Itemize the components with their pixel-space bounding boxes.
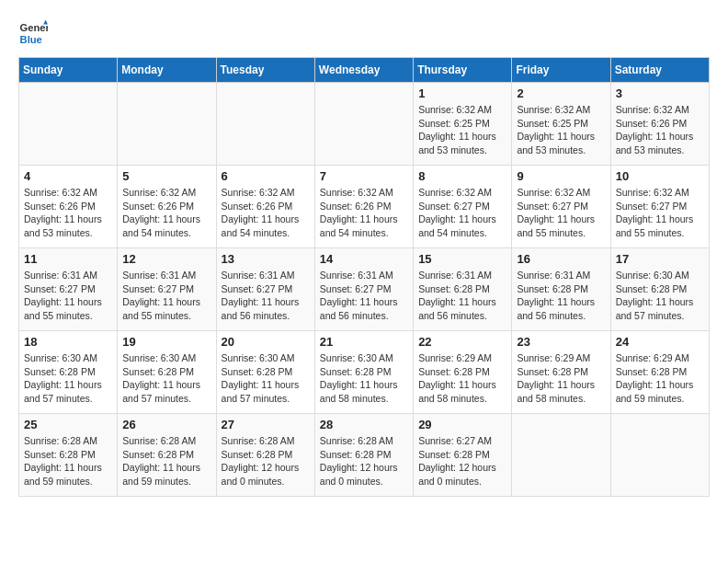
day-info: Sunrise: 6:31 AM Sunset: 6:27 PM Dayligh… [320, 269, 408, 323]
day-number: 3 [616, 86, 704, 100]
day-number: 27 [222, 418, 310, 431]
weekday-header-thursday: Thursday [414, 58, 512, 83]
weekday-header-friday: Friday [512, 58, 610, 83]
day-info: Sunrise: 6:29 AM Sunset: 6:28 PM Dayligh… [517, 351, 605, 406]
calendar-cell: 22Sunrise: 6:29 AM Sunset: 6:28 PM Dayli… [414, 331, 512, 414]
calendar-cell: 15Sunrise: 6:31 AM Sunset: 6:28 PM Dayli… [414, 248, 512, 331]
calendar-cell: 7Sunrise: 6:32 AM Sunset: 6:26 PM Daylig… [314, 166, 413, 248]
day-number: 23 [517, 335, 605, 349]
week-row-3: 11Sunrise: 6:31 AM Sunset: 6:27 PM Dayli… [19, 248, 710, 331]
calendar-cell: 29Sunrise: 6:27 AM Sunset: 6:28 PM Dayli… [414, 414, 512, 497]
day-info: Sunrise: 6:28 AM Sunset: 6:28 PM Dayligh… [24, 434, 112, 488]
day-number: 8 [418, 169, 506, 183]
day-info: Sunrise: 6:30 AM Sunset: 6:28 PM Dayligh… [222, 351, 310, 406]
day-info: Sunrise: 6:29 AM Sunset: 6:28 PM Dayligh… [418, 351, 506, 406]
day-number: 16 [517, 252, 605, 266]
calendar-cell: 17Sunrise: 6:30 AM Sunset: 6:28 PM Dayli… [610, 248, 709, 331]
calendar-cell: 19Sunrise: 6:30 AM Sunset: 6:28 PM Dayli… [118, 331, 216, 414]
day-number: 13 [222, 252, 310, 266]
day-info: Sunrise: 6:32 AM Sunset: 6:26 PM Dayligh… [122, 186, 210, 240]
calendar-cell [216, 83, 314, 166]
day-number: 1 [418, 86, 506, 100]
day-info: Sunrise: 6:29 AM Sunset: 6:28 PM Dayligh… [616, 351, 704, 406]
day-info: Sunrise: 6:32 AM Sunset: 6:26 PM Dayligh… [320, 186, 408, 240]
calendar-cell: 2Sunrise: 6:32 AM Sunset: 6:25 PM Daylig… [512, 83, 610, 166]
calendar-cell: 18Sunrise: 6:30 AM Sunset: 6:28 PM Dayli… [19, 331, 118, 414]
weekday-header-sunday: Sunday [19, 58, 118, 83]
day-number: 5 [122, 169, 210, 183]
weekday-header-row: SundayMondayTuesdayWednesdayThursdayFrid… [19, 58, 710, 83]
calendar-cell: 25Sunrise: 6:28 AM Sunset: 6:28 PM Dayli… [19, 414, 118, 497]
calendar-cell: 8Sunrise: 6:32 AM Sunset: 6:27 PM Daylig… [414, 166, 512, 248]
day-info: Sunrise: 6:31 AM Sunset: 6:27 PM Dayligh… [222, 269, 310, 323]
weekday-header-tuesday: Tuesday [216, 58, 314, 83]
day-number: 22 [418, 335, 506, 349]
day-info: Sunrise: 6:32 AM Sunset: 6:26 PM Dayligh… [616, 103, 704, 157]
weekday-header-monday: Monday [118, 58, 216, 83]
day-number: 25 [24, 418, 112, 431]
day-info: Sunrise: 6:32 AM Sunset: 6:26 PM Dayligh… [24, 186, 112, 240]
calendar-cell [314, 83, 413, 166]
day-number: 4 [24, 169, 112, 183]
day-info: Sunrise: 6:32 AM Sunset: 6:25 PM Dayligh… [517, 103, 605, 157]
day-number: 29 [418, 418, 506, 431]
day-number: 12 [122, 252, 210, 266]
calendar-cell: 9Sunrise: 6:32 AM Sunset: 6:27 PM Daylig… [512, 166, 610, 248]
svg-text:Blue: Blue [20, 34, 42, 45]
day-info: Sunrise: 6:32 AM Sunset: 6:27 PM Dayligh… [616, 186, 704, 240]
day-number: 18 [24, 335, 112, 349]
day-info: Sunrise: 6:32 AM Sunset: 6:25 PM Dayligh… [418, 103, 506, 157]
day-number: 20 [222, 335, 310, 349]
calendar-cell: 14Sunrise: 6:31 AM Sunset: 6:27 PM Dayli… [314, 248, 413, 331]
day-info: Sunrise: 6:28 AM Sunset: 6:28 PM Dayligh… [320, 434, 408, 488]
day-number: 28 [320, 418, 408, 431]
calendar-cell [19, 83, 118, 166]
calendar-cell: 6Sunrise: 6:32 AM Sunset: 6:26 PM Daylig… [216, 166, 314, 248]
week-row-1: 1Sunrise: 6:32 AM Sunset: 6:25 PM Daylig… [19, 83, 710, 166]
day-number: 24 [616, 335, 704, 349]
day-number: 9 [517, 169, 605, 183]
day-info: Sunrise: 6:30 AM Sunset: 6:28 PM Dayligh… [320, 351, 408, 406]
day-info: Sunrise: 6:28 AM Sunset: 6:28 PM Dayligh… [222, 434, 310, 488]
day-number: 11 [24, 252, 112, 266]
day-info: Sunrise: 6:31 AM Sunset: 6:27 PM Dayligh… [24, 269, 112, 323]
calendar-cell: 23Sunrise: 6:29 AM Sunset: 6:28 PM Dayli… [512, 331, 610, 414]
calendar-cell: 5Sunrise: 6:32 AM Sunset: 6:26 PM Daylig… [118, 166, 216, 248]
day-info: Sunrise: 6:31 AM Sunset: 6:28 PM Dayligh… [418, 269, 506, 323]
calendar-cell: 3Sunrise: 6:32 AM Sunset: 6:26 PM Daylig… [610, 83, 709, 166]
page-header: General Blue [18, 18, 710, 48]
day-info: Sunrise: 6:30 AM Sunset: 6:28 PM Dayligh… [24, 351, 112, 406]
logo-icon: General Blue [18, 18, 48, 48]
day-number: 21 [320, 335, 408, 349]
day-info: Sunrise: 6:32 AM Sunset: 6:26 PM Dayligh… [222, 186, 310, 240]
calendar-cell: 26Sunrise: 6:28 AM Sunset: 6:28 PM Dayli… [118, 414, 216, 497]
calendar-cell: 12Sunrise: 6:31 AM Sunset: 6:27 PM Dayli… [118, 248, 216, 331]
calendar-table: SundayMondayTuesdayWednesdayThursdayFrid… [18, 57, 710, 497]
calendar-cell: 11Sunrise: 6:31 AM Sunset: 6:27 PM Dayli… [19, 248, 118, 331]
day-number: 26 [122, 418, 210, 431]
day-number: 14 [320, 252, 408, 266]
calendar-cell: 28Sunrise: 6:28 AM Sunset: 6:28 PM Dayli… [314, 414, 413, 497]
day-number: 2 [517, 86, 605, 100]
day-info: Sunrise: 6:32 AM Sunset: 6:27 PM Dayligh… [517, 186, 605, 240]
calendar-cell: 20Sunrise: 6:30 AM Sunset: 6:28 PM Dayli… [216, 331, 314, 414]
week-row-4: 18Sunrise: 6:30 AM Sunset: 6:28 PM Dayli… [19, 331, 710, 414]
calendar-cell: 24Sunrise: 6:29 AM Sunset: 6:28 PM Dayli… [610, 331, 709, 414]
calendar-cell: 10Sunrise: 6:32 AM Sunset: 6:27 PM Dayli… [610, 166, 709, 248]
day-info: Sunrise: 6:32 AM Sunset: 6:27 PM Dayligh… [418, 186, 506, 240]
day-info: Sunrise: 6:31 AM Sunset: 6:28 PM Dayligh… [517, 269, 605, 323]
day-number: 15 [418, 252, 506, 266]
calendar-cell [118, 83, 216, 166]
week-row-5: 25Sunrise: 6:28 AM Sunset: 6:28 PM Dayli… [19, 414, 710, 497]
calendar-cell: 27Sunrise: 6:28 AM Sunset: 6:28 PM Dayli… [216, 414, 314, 497]
day-info: Sunrise: 6:27 AM Sunset: 6:28 PM Dayligh… [418, 434, 506, 488]
day-info: Sunrise: 6:31 AM Sunset: 6:27 PM Dayligh… [122, 269, 210, 323]
calendar-cell: 1Sunrise: 6:32 AM Sunset: 6:25 PM Daylig… [414, 83, 512, 166]
calendar-cell [512, 414, 610, 497]
calendar-cell: 13Sunrise: 6:31 AM Sunset: 6:27 PM Dayli… [216, 248, 314, 331]
day-number: 17 [616, 252, 704, 266]
day-number: 7 [320, 169, 408, 183]
day-info: Sunrise: 6:30 AM Sunset: 6:28 PM Dayligh… [616, 269, 704, 323]
calendar-cell: 4Sunrise: 6:32 AM Sunset: 6:26 PM Daylig… [19, 166, 118, 248]
calendar-cell: 16Sunrise: 6:31 AM Sunset: 6:28 PM Dayli… [512, 248, 610, 331]
